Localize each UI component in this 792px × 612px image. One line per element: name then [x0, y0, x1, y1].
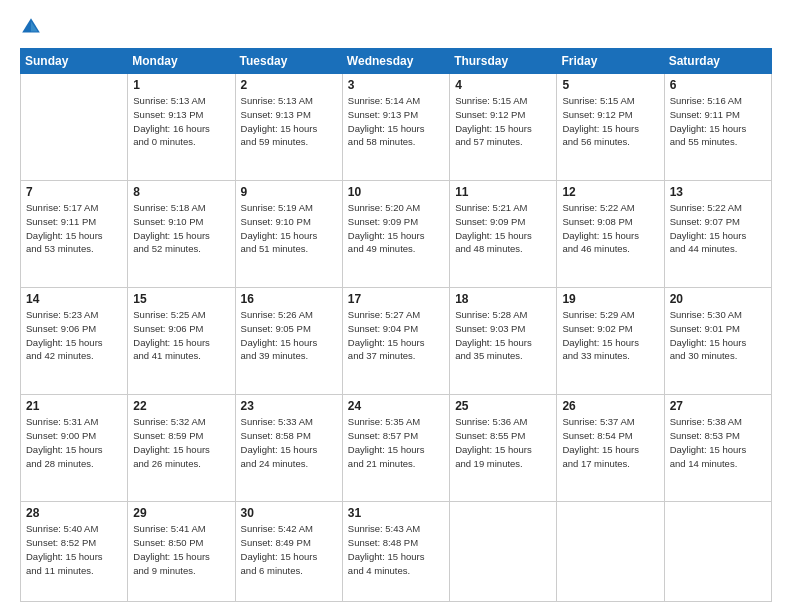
sun-info: Sunrise: 5:35 AMSunset: 8:57 PMDaylight:… — [348, 415, 444, 470]
sun-info: Sunrise: 5:26 AMSunset: 9:05 PMDaylight:… — [241, 308, 337, 363]
sun-info: Sunrise: 5:32 AMSunset: 8:59 PMDaylight:… — [133, 415, 229, 470]
calendar-week-1: 1Sunrise: 5:13 AMSunset: 9:13 PMDaylight… — [21, 74, 772, 181]
day-number: 21 — [26, 399, 122, 413]
calendar-week-3: 14Sunrise: 5:23 AMSunset: 9:06 PMDayligh… — [21, 288, 772, 395]
day-number: 3 — [348, 78, 444, 92]
sun-info: Sunrise: 5:13 AMSunset: 9:13 PMDaylight:… — [133, 94, 229, 149]
day-number: 30 — [241, 506, 337, 520]
day-number: 16 — [241, 292, 337, 306]
day-number: 22 — [133, 399, 229, 413]
calendar-cell: 21Sunrise: 5:31 AMSunset: 9:00 PMDayligh… — [21, 395, 128, 502]
sun-info: Sunrise: 5:15 AMSunset: 9:12 PMDaylight:… — [455, 94, 551, 149]
page: SundayMondayTuesdayWednesdayThursdayFrid… — [0, 0, 792, 612]
calendar-cell: 9Sunrise: 5:19 AMSunset: 9:10 PMDaylight… — [235, 181, 342, 288]
sun-info: Sunrise: 5:16 AMSunset: 9:11 PMDaylight:… — [670, 94, 766, 149]
sun-info: Sunrise: 5:29 AMSunset: 9:02 PMDaylight:… — [562, 308, 658, 363]
calendar-cell: 28Sunrise: 5:40 AMSunset: 8:52 PMDayligh… — [21, 502, 128, 602]
calendar-cell: 10Sunrise: 5:20 AMSunset: 9:09 PMDayligh… — [342, 181, 449, 288]
sun-info: Sunrise: 5:23 AMSunset: 9:06 PMDaylight:… — [26, 308, 122, 363]
sun-info: Sunrise: 5:43 AMSunset: 8:48 PMDaylight:… — [348, 522, 444, 577]
calendar-cell: 1Sunrise: 5:13 AMSunset: 9:13 PMDaylight… — [128, 74, 235, 181]
day-number: 8 — [133, 185, 229, 199]
calendar-cell: 29Sunrise: 5:41 AMSunset: 8:50 PMDayligh… — [128, 502, 235, 602]
day-number: 26 — [562, 399, 658, 413]
sun-info: Sunrise: 5:38 AMSunset: 8:53 PMDaylight:… — [670, 415, 766, 470]
calendar-cell: 24Sunrise: 5:35 AMSunset: 8:57 PMDayligh… — [342, 395, 449, 502]
day-number: 6 — [670, 78, 766, 92]
calendar-cell: 22Sunrise: 5:32 AMSunset: 8:59 PMDayligh… — [128, 395, 235, 502]
weekday-header-sunday: Sunday — [21, 49, 128, 74]
logo-icon — [20, 16, 42, 38]
calendar-cell — [450, 502, 557, 602]
day-number: 1 — [133, 78, 229, 92]
sun-info: Sunrise: 5:27 AMSunset: 9:04 PMDaylight:… — [348, 308, 444, 363]
sun-info: Sunrise: 5:28 AMSunset: 9:03 PMDaylight:… — [455, 308, 551, 363]
calendar-cell: 16Sunrise: 5:26 AMSunset: 9:05 PMDayligh… — [235, 288, 342, 395]
calendar-cell: 19Sunrise: 5:29 AMSunset: 9:02 PMDayligh… — [557, 288, 664, 395]
sun-info: Sunrise: 5:40 AMSunset: 8:52 PMDaylight:… — [26, 522, 122, 577]
weekday-header-friday: Friday — [557, 49, 664, 74]
calendar-cell: 13Sunrise: 5:22 AMSunset: 9:07 PMDayligh… — [664, 181, 771, 288]
sun-info: Sunrise: 5:13 AMSunset: 9:13 PMDaylight:… — [241, 94, 337, 149]
day-number: 12 — [562, 185, 658, 199]
calendar-cell: 2Sunrise: 5:13 AMSunset: 9:13 PMDaylight… — [235, 74, 342, 181]
day-number: 4 — [455, 78, 551, 92]
logo — [20, 16, 46, 38]
calendar-cell: 5Sunrise: 5:15 AMSunset: 9:12 PMDaylight… — [557, 74, 664, 181]
weekday-header-wednesday: Wednesday — [342, 49, 449, 74]
calendar-cell: 11Sunrise: 5:21 AMSunset: 9:09 PMDayligh… — [450, 181, 557, 288]
calendar-table: SundayMondayTuesdayWednesdayThursdayFrid… — [20, 48, 772, 602]
day-number: 25 — [455, 399, 551, 413]
day-number: 9 — [241, 185, 337, 199]
calendar-week-4: 21Sunrise: 5:31 AMSunset: 9:00 PMDayligh… — [21, 395, 772, 502]
weekday-header-thursday: Thursday — [450, 49, 557, 74]
calendar-cell: 30Sunrise: 5:42 AMSunset: 8:49 PMDayligh… — [235, 502, 342, 602]
sun-info: Sunrise: 5:22 AMSunset: 9:08 PMDaylight:… — [562, 201, 658, 256]
day-number: 11 — [455, 185, 551, 199]
weekday-header-tuesday: Tuesday — [235, 49, 342, 74]
calendar-cell: 31Sunrise: 5:43 AMSunset: 8:48 PMDayligh… — [342, 502, 449, 602]
day-number: 19 — [562, 292, 658, 306]
sun-info: Sunrise: 5:15 AMSunset: 9:12 PMDaylight:… — [562, 94, 658, 149]
day-number: 28 — [26, 506, 122, 520]
calendar-cell — [21, 74, 128, 181]
day-number: 13 — [670, 185, 766, 199]
day-number: 31 — [348, 506, 444, 520]
sun-info: Sunrise: 5:36 AMSunset: 8:55 PMDaylight:… — [455, 415, 551, 470]
calendar-cell: 18Sunrise: 5:28 AMSunset: 9:03 PMDayligh… — [450, 288, 557, 395]
sun-info: Sunrise: 5:14 AMSunset: 9:13 PMDaylight:… — [348, 94, 444, 149]
calendar-cell: 4Sunrise: 5:15 AMSunset: 9:12 PMDaylight… — [450, 74, 557, 181]
calendar-cell: 26Sunrise: 5:37 AMSunset: 8:54 PMDayligh… — [557, 395, 664, 502]
calendar-week-5: 28Sunrise: 5:40 AMSunset: 8:52 PMDayligh… — [21, 502, 772, 602]
calendar-cell: 6Sunrise: 5:16 AMSunset: 9:11 PMDaylight… — [664, 74, 771, 181]
day-number: 10 — [348, 185, 444, 199]
calendar-cell — [557, 502, 664, 602]
sun-info: Sunrise: 5:25 AMSunset: 9:06 PMDaylight:… — [133, 308, 229, 363]
weekday-header-saturday: Saturday — [664, 49, 771, 74]
day-number: 2 — [241, 78, 337, 92]
calendar-cell: 14Sunrise: 5:23 AMSunset: 9:06 PMDayligh… — [21, 288, 128, 395]
header — [20, 16, 772, 38]
day-number: 17 — [348, 292, 444, 306]
day-number: 15 — [133, 292, 229, 306]
calendar-cell: 7Sunrise: 5:17 AMSunset: 9:11 PMDaylight… — [21, 181, 128, 288]
sun-info: Sunrise: 5:20 AMSunset: 9:09 PMDaylight:… — [348, 201, 444, 256]
calendar-cell: 17Sunrise: 5:27 AMSunset: 9:04 PMDayligh… — [342, 288, 449, 395]
sun-info: Sunrise: 5:31 AMSunset: 9:00 PMDaylight:… — [26, 415, 122, 470]
calendar-cell: 12Sunrise: 5:22 AMSunset: 9:08 PMDayligh… — [557, 181, 664, 288]
sun-info: Sunrise: 5:18 AMSunset: 9:10 PMDaylight:… — [133, 201, 229, 256]
calendar-cell: 8Sunrise: 5:18 AMSunset: 9:10 PMDaylight… — [128, 181, 235, 288]
day-number: 29 — [133, 506, 229, 520]
calendar-cell: 20Sunrise: 5:30 AMSunset: 9:01 PMDayligh… — [664, 288, 771, 395]
sun-info: Sunrise: 5:17 AMSunset: 9:11 PMDaylight:… — [26, 201, 122, 256]
sun-info: Sunrise: 5:21 AMSunset: 9:09 PMDaylight:… — [455, 201, 551, 256]
day-number: 24 — [348, 399, 444, 413]
sun-info: Sunrise: 5:37 AMSunset: 8:54 PMDaylight:… — [562, 415, 658, 470]
calendar-cell: 3Sunrise: 5:14 AMSunset: 9:13 PMDaylight… — [342, 74, 449, 181]
sun-info: Sunrise: 5:41 AMSunset: 8:50 PMDaylight:… — [133, 522, 229, 577]
calendar-week-2: 7Sunrise: 5:17 AMSunset: 9:11 PMDaylight… — [21, 181, 772, 288]
weekday-header-monday: Monday — [128, 49, 235, 74]
sun-info: Sunrise: 5:19 AMSunset: 9:10 PMDaylight:… — [241, 201, 337, 256]
day-number: 27 — [670, 399, 766, 413]
calendar-cell: 25Sunrise: 5:36 AMSunset: 8:55 PMDayligh… — [450, 395, 557, 502]
